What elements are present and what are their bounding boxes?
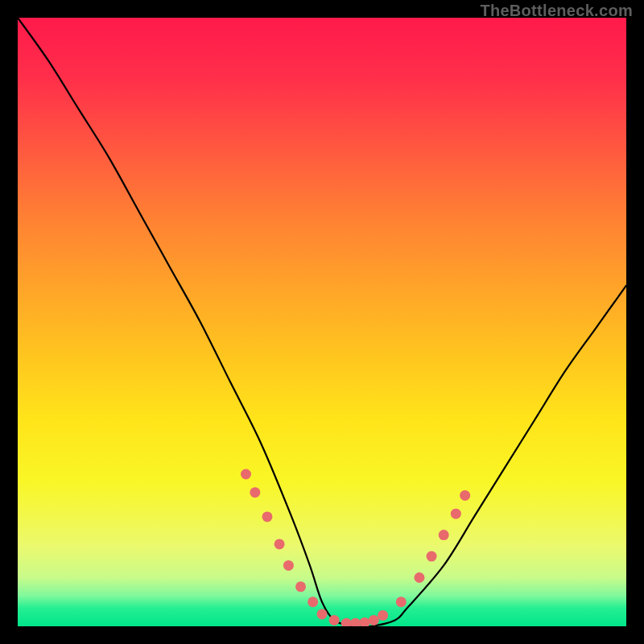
highlight-point [329,615,340,625]
highlight-point [439,530,449,540]
chart-frame: TheBottleneck.com [0,0,644,644]
highlight-point [275,539,285,549]
highlight-point [460,490,470,501]
highlight-point [369,615,379,625]
highlight-point [283,560,294,571]
chart-plot-area [18,18,626,626]
highlight-point [317,609,328,619]
highlight-point [308,597,318,607]
highlight-point [262,511,272,522]
highlight-point [341,618,352,626]
highlight-point [295,581,306,592]
highlight-point [350,618,361,626]
highlight-point [396,597,407,607]
highlight-point [359,617,369,626]
bottleneck-curve [18,18,626,626]
highlight-point [451,509,461,519]
highlight-point [427,551,437,562]
highlight-point [378,610,388,621]
highlighted-points [241,469,470,627]
highlight-point [414,572,424,583]
highlight-point [241,469,251,480]
chart-svg [18,18,626,626]
highlight-point [250,487,260,497]
